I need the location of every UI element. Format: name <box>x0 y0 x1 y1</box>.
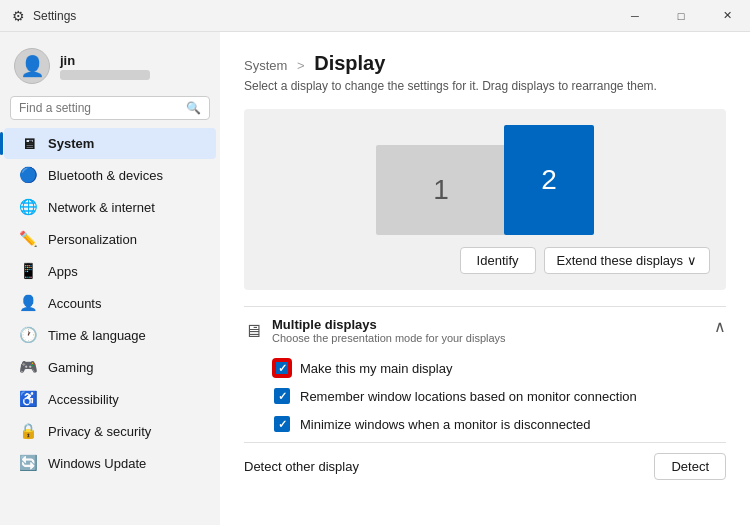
monitor-1-label: 1 <box>433 174 449 206</box>
identify-button[interactable]: Identify <box>460 247 536 274</box>
titlebar-controls: ─ □ ✕ <box>612 0 750 32</box>
user-profile: 👤 jin <box>0 40 220 96</box>
option-remember-locations-label: Remember window locations based on monit… <box>300 389 637 404</box>
user-info: jin <box>60 53 150 80</box>
sidebar-item-label-network: Network & internet <box>48 200 155 215</box>
sidebar-item-personalization[interactable]: ✏️ Personalization <box>4 223 216 255</box>
sidebar-item-time[interactable]: 🕐 Time & language <box>4 319 216 351</box>
maximize-button[interactable]: □ <box>658 0 704 32</box>
monitor-2-label: 2 <box>541 164 557 196</box>
extend-button-label: Extend these displays <box>557 253 683 268</box>
privacy-icon: 🔒 <box>18 422 38 440</box>
sidebar: 👤 jin 🔍 🖥 System 🔵 Bluetooth & devices <box>0 32 220 525</box>
sidebar-item-update[interactable]: 🔄 Windows Update <box>4 447 216 479</box>
main-content: System > Display Select a display to cha… <box>220 32 750 525</box>
extend-button[interactable]: Extend these displays ∨ <box>544 247 710 274</box>
option-minimize-windows: ✓ Minimize windows when a monitor is dis… <box>244 410 726 438</box>
sidebar-nav: 🖥 System 🔵 Bluetooth & devices 🌐 Network… <box>0 128 220 479</box>
app-body: 👤 jin 🔍 🖥 System 🔵 Bluetooth & devices <box>0 32 750 525</box>
check-icon-main: ✓ <box>278 362 287 375</box>
update-icon: 🔄 <box>18 454 38 472</box>
search-icon: 🔍 <box>186 101 201 115</box>
sidebar-item-label-time: Time & language <box>48 328 146 343</box>
time-icon: 🕐 <box>18 326 38 344</box>
close-button[interactable]: ✕ <box>704 0 750 32</box>
multiple-displays-section: 🖥 Multiple displays Choose the presentat… <box>244 306 726 480</box>
accessibility-icon: ♿ <box>18 390 38 408</box>
sidebar-item-accounts[interactable]: 👤 Accounts <box>4 287 216 319</box>
sidebar-item-label-gaming: Gaming <box>48 360 94 375</box>
sidebar-item-label-privacy: Privacy & security <box>48 424 151 439</box>
sidebar-item-label-accessibility: Accessibility <box>48 392 119 407</box>
gaming-icon: 🎮 <box>18 358 38 376</box>
check-icon-minimize: ✓ <box>278 418 287 431</box>
apps-icon: 📱 <box>18 262 38 280</box>
detect-display-row: Detect other display Detect <box>244 442 726 480</box>
option-main-display-label: Make this my main display <box>300 361 452 376</box>
breadcrumb-parent: System <box>244 58 287 73</box>
system-icon: 🖥 <box>18 135 38 152</box>
check-icon-remember: ✓ <box>278 390 287 403</box>
sidebar-item-gaming[interactable]: 🎮 Gaming <box>4 351 216 383</box>
titlebar-title: Settings <box>33 9 76 23</box>
breadcrumb-sep: > <box>297 58 305 73</box>
section-toggle-icon[interactable]: ∧ <box>714 317 726 336</box>
detect-other-label: Detect other display <box>244 459 359 474</box>
avatar-icon: 👤 <box>20 54 45 78</box>
detect-button[interactable]: Detect <box>654 453 726 480</box>
sidebar-item-apps[interactable]: 📱 Apps <box>4 255 216 287</box>
bluetooth-icon: 🔵 <box>18 166 38 184</box>
sidebar-item-label-personalization: Personalization <box>48 232 137 247</box>
option-main-display: ✓ Make this my main display <box>244 354 726 382</box>
sidebar-item-label-update: Windows Update <box>48 456 146 471</box>
monitor-1[interactable]: 1 <box>376 145 506 235</box>
option-remember-locations: ✓ Remember window locations based on mon… <box>244 382 726 410</box>
section-title: Multiple displays <box>272 317 506 332</box>
user-name: jin <box>60 53 150 68</box>
option-minimize-windows-label: Minimize windows when a monitor is disco… <box>300 417 590 432</box>
section-header: 🖥 Multiple displays Choose the presentat… <box>244 317 726 344</box>
page-title: Display <box>314 52 385 74</box>
breadcrumb: System > Display <box>244 52 726 75</box>
section-header-text: Multiple displays Choose the presentatio… <box>272 317 506 344</box>
sidebar-item-network[interactable]: 🌐 Network & internet <box>4 191 216 223</box>
sidebar-item-label-bluetooth: Bluetooth & devices <box>48 168 163 183</box>
monitor-icon: 🖥 <box>244 321 262 342</box>
checkbox-main-display[interactable]: ✓ <box>274 360 290 376</box>
sidebar-item-label-accounts: Accounts <box>48 296 101 311</box>
avatar: 👤 <box>14 48 50 84</box>
display-buttons: Identify Extend these displays ∨ <box>260 247 710 274</box>
checkbox-minimize-windows[interactable]: ✓ <box>274 416 290 432</box>
settings-icon: ⚙ <box>12 8 25 24</box>
monitors-container: 1 2 <box>260 125 710 235</box>
page-subtitle: Select a display to change the settings … <box>244 79 726 93</box>
sidebar-item-accessibility[interactable]: ♿ Accessibility <box>4 383 216 415</box>
sidebar-item-bluetooth[interactable]: 🔵 Bluetooth & devices <box>4 159 216 191</box>
sidebar-item-label-system: System <box>48 136 94 151</box>
extend-chevron-icon: ∨ <box>687 253 697 268</box>
titlebar: ⚙ Settings ─ □ ✕ <box>0 0 750 32</box>
monitor-2[interactable]: 2 <box>504 125 594 235</box>
sidebar-item-label-apps: Apps <box>48 264 78 279</box>
display-preview: 1 2 Identify Extend these displays ∨ <box>244 109 726 290</box>
section-header-left: 🖥 Multiple displays Choose the presentat… <box>244 317 506 344</box>
search-box[interactable]: 🔍 <box>10 96 210 120</box>
network-icon: 🌐 <box>18 198 38 216</box>
titlebar-left: ⚙ Settings <box>12 8 76 24</box>
minimize-button[interactable]: ─ <box>612 0 658 32</box>
search-input[interactable] <box>19 101 186 115</box>
personalization-icon: ✏️ <box>18 230 38 248</box>
sidebar-item-system[interactable]: 🖥 System <box>4 128 216 159</box>
section-desc: Choose the presentation mode for your di… <box>272 332 506 344</box>
accounts-icon: 👤 <box>18 294 38 312</box>
checkbox-remember-locations[interactable]: ✓ <box>274 388 290 404</box>
user-email <box>60 70 150 80</box>
sidebar-item-privacy[interactable]: 🔒 Privacy & security <box>4 415 216 447</box>
